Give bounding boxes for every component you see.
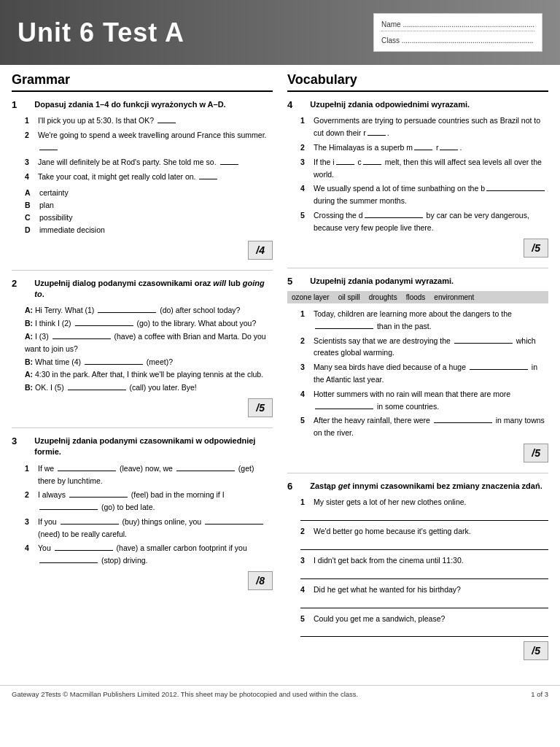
option-a: A certainty [25,187,273,199]
q5-item-1: 1 Today, children are learning more abou… [300,308,548,333]
q5-item-5: 5 After the heavy rainfall, there were i… [300,414,548,439]
q2-title: Uzupełnij dialog podanymi czasownikami o… [34,278,273,301]
page-title: Unit 6 Test A [18,18,184,48]
divider-3 [287,268,548,268]
dialog-a3: A: 4:30 in the park. After that, I think… [25,368,273,381]
vocabulary-section: Vocabulary 4 Uzupełnij zdania odpowiedni… [287,72,548,670]
q4-item-2: 2 The Himalayas is a superb m r. [300,142,548,154]
q5-title: Uzupełnij zdania podanymi wyrazami. [310,276,454,287]
q6-item-3: 3 I didn't get back from the cinema unti… [300,554,548,567]
q6-score: /5 [524,641,548,660]
dialog-b3: B: OK. I (5) (call) you later. Bye! [25,382,273,394]
q1-title: Dopasuj zdania 1–4 do funkcji wyrażonych… [34,99,225,110]
q3-item-4: 4 You (have) a smaller carbon footprint … [25,542,273,567]
dialog-b2: B: What time (4) (meet)? [25,356,273,368]
q5-score-box: /5 [287,444,548,462]
question-4: 4 Uzupełnij zdania odpowiednimi wyrazami… [287,99,548,258]
q5-item-4: 4 Hotter summers with no rain will mean … [300,388,548,413]
q5-number: 5 [287,276,292,287]
q5-item-2: 2 Scientists say that we are destroying … [300,335,548,360]
q4-score: /5 [524,239,548,258]
page-header: Unit 6 Test A Name .....................… [0,0,560,65]
q4-item-4: 4 We usually spend a lot of time sunbath… [300,182,548,207]
dialog-a2: A: I (3) (have) a coffee with Brian and … [25,330,273,355]
question-5: 5 Uzupełnij zdania podanymi wyrazami. oz… [287,276,548,462]
dialog-b1: B: I think I (2) (go) to the library. Wh… [25,317,273,330]
q1-score-box: /4 [12,241,273,260]
name-label: Name ...................................… [381,18,534,31]
q6-answer-3[interactable] [300,569,548,579]
q3-score-box: /8 [12,571,273,590]
q6-item-2: 2 We'd better go home because it's getti… [300,525,548,538]
q5-content: 1 Today, children are learning more abou… [300,308,548,439]
q6-content: 1 My sister gets a lot of her new clothe… [300,496,548,637]
q3-item-2: 2 I always (feel) bad in the morning if … [25,489,273,514]
q1-item-2: 2 We're going to spend a week travelling… [25,129,273,154]
question-6: 6 Zastąp get innymi czasownikami bez zmi… [287,481,548,660]
q1-score: /4 [248,241,273,260]
q1-item-3: 3 Jane will definitely be at Rod's party… [25,156,273,169]
q6-number: 6 [287,481,292,492]
q4-title: Uzupełnij zdania odpowiednimi wyrazami. [310,99,470,110]
q6-answer-4[interactable] [300,598,548,608]
q4-score-box: /5 [287,239,548,258]
q6-item-1: 1 My sister gets a lot of her new clothe… [300,496,548,508]
q2-number: 2 [12,278,17,289]
footer-page: 1 of 3 [531,690,548,698]
q5-word-bank: ozone layer oil spill droughts floods en… [287,291,548,303]
q6-answer-2[interactable] [300,540,548,550]
q1-item-1: 1 I'll pick you up at 5:30. Is that OK? [25,115,273,127]
option-b: B plan [25,199,273,212]
divider-2 [12,427,273,428]
question-3: 3 Uzupełnij zdania podanymi czasownikami… [12,436,273,590]
q4-content: 1 Governments are trying to persuade cou… [300,115,548,233]
class-label: Class ..................................… [381,34,534,47]
q6-answer-1[interactable] [300,511,548,521]
divider-4 [287,473,548,473]
main-content: Grammar 1 Dopasuj zdania 1–4 do funkcji … [0,65,560,678]
q2-content: A: Hi Terry. What (1) (do) after school … [25,304,273,394]
option-c: C possibility [25,212,273,224]
q6-score-box: /5 [287,641,548,660]
page-footer: Gateway 2Tests © Macmillan Publishers Li… [0,685,560,703]
q4-item-5: 5 Crossing the d by car can be very dang… [300,209,548,234]
q6-item-5: 5 Could you get me a sandwich, please? [300,613,548,625]
q4-item-1: 1 Governments are trying to persuade cou… [300,115,548,139]
question-2: 2 Uzupełnij dialog podanymi czasownikami… [12,278,273,417]
name-class-box: Name ...................................… [373,13,542,52]
footer-copyright: Gateway 2Tests © Macmillan Publishers Li… [12,690,358,698]
q6-title: Zastąp get innymi czasownikami bez zmian… [310,481,542,492]
q4-item-3: 3 If the i c melt, then this will affect… [300,156,548,181]
vocabulary-header: Vocabulary [287,72,548,92]
q1-options: A certainty B plan C possibility D immed… [25,187,273,236]
dialog-a1: A: Hi Terry. What (1) (do) after school … [25,304,273,317]
q3-title: Uzupełnij zdania podanymi czasownikami w… [34,436,273,458]
q3-content: 1 If we (leave) now, we (get) there by l… [25,462,273,567]
q3-number: 3 [12,436,17,446]
q1-item-4: 4 Take your coat, it might get really co… [25,171,273,183]
q3-score: /8 [248,571,273,590]
q3-item-3: 3 If you (buy) things online, you (need)… [25,516,273,541]
q6-item-4: 4 Did he get what he wanted for his birt… [300,584,548,596]
q2-score: /5 [248,398,273,417]
divider-1 [12,270,273,271]
question-1: 1 Dopasuj zdania 1–4 do funkcji wyrażony… [12,99,273,260]
q6-answer-5[interactable] [300,627,548,637]
q5-item-3: 3 Many sea birds have died because of a … [300,361,548,386]
q1-content: 1 I'll pick you up at 5:30. Is that OK? … [25,115,273,236]
q4-number: 4 [287,99,292,110]
q2-score-box: /5 [12,398,273,417]
q5-score: /5 [524,444,548,462]
grammar-header: Grammar [12,72,273,92]
q3-item-1: 1 If we (leave) now, we (get) there by l… [25,462,273,487]
q1-number: 1 [12,99,17,110]
grammar-section: Grammar 1 Dopasuj zdania 1–4 do funkcji … [12,72,273,670]
option-d: D immediate decision [25,224,273,236]
